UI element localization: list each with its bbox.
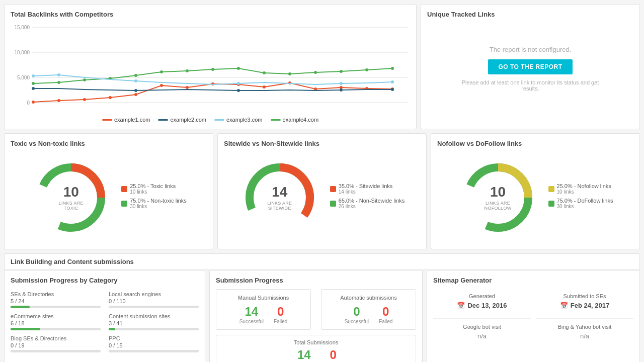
svg-point-34 bbox=[314, 71, 317, 74]
sitemap-grid: Generated 📅 Dec 13, 2016 Submitted to SE… bbox=[433, 289, 633, 344]
sub-cat-name: eCommerce sites bbox=[11, 313, 101, 319]
svg-point-43 bbox=[391, 80, 394, 83]
sub-cat-item: Blog SEs & Directories 0 / 19 bbox=[11, 335, 101, 352]
manual-nums: 14 Successful 0 Failed bbox=[221, 305, 305, 324]
tracked-links-card: Unique Tracked Links The report is not c… bbox=[421, 4, 640, 129]
nofollow-donut: 10 LINKS ARE NOFOLLOW bbox=[458, 157, 538, 238]
progress-bar-bg bbox=[109, 306, 199, 308]
progress-bar-bg bbox=[109, 350, 199, 352]
sub-cat-nums: 0 / 19 bbox=[11, 342, 101, 348]
svg-text:15,000: 15,000 bbox=[14, 25, 30, 30]
sitewide-label: 14 LINKS ARE SITEWIDE bbox=[260, 185, 300, 211]
sitewide-legend-item-1: 35.0% - Sitewide links 14 links bbox=[330, 183, 405, 195]
progress-bar-fill bbox=[11, 306, 30, 308]
sitewide-card: Sitewide vs Non-Sitewide links 14 LINKS … bbox=[217, 133, 427, 249]
svg-point-27 bbox=[134, 74, 137, 77]
svg-point-9 bbox=[57, 99, 60, 102]
progress-bar-bg bbox=[11, 328, 101, 330]
nofollow-color-1 bbox=[548, 186, 554, 192]
go-to-report-button[interactable]: GO TO THE REPORT bbox=[488, 59, 572, 74]
svg-point-48 bbox=[391, 88, 394, 91]
dashboard: Total Backlinks with Competitors 15,000 … bbox=[0, 0, 644, 362]
sub-cat-grid: SEs & Directories 5 / 24 Local search en… bbox=[11, 289, 199, 354]
sitemap-generated-date: Dec 13, 2016 bbox=[467, 302, 507, 309]
progress-bar-fill bbox=[109, 328, 115, 330]
toxic-legend-label-2: 75.0% - Non-toxic links 30 links bbox=[130, 198, 187, 209]
total-submissions: Total Submissions 14 Successful 0 Failed bbox=[216, 335, 416, 362]
sub-cat-nums: 0 / 110 bbox=[109, 298, 199, 304]
auto-failed: 0 Failed bbox=[379, 305, 392, 324]
nofollow-donut-container: 10 LINKS ARE NOFOLLOW 25.0% - Nofollow l… bbox=[437, 152, 633, 243]
svg-point-13 bbox=[160, 84, 163, 87]
sub-cat-nums: 0 / 15 bbox=[109, 342, 199, 348]
auto-submissions: Automatic submissions 0 Successful 0 Fai… bbox=[321, 289, 416, 330]
svg-point-39 bbox=[57, 73, 60, 76]
sub-cat-name: Blog SEs & Directories bbox=[11, 335, 101, 341]
total-nums: 14 Successful 0 Failed bbox=[220, 348, 412, 362]
manual-label: Manual Submissions bbox=[221, 295, 305, 301]
toxic-label: 10 LINKS ARE TOXIC bbox=[51, 185, 91, 211]
sub-cat-item: SEs & Directories 5 / 24 bbox=[11, 291, 101, 308]
svg-point-36 bbox=[365, 68, 368, 71]
auto-successful-num: 0 bbox=[345, 305, 369, 319]
sitemap-generated-val: 📅 Dec 13, 2016 bbox=[437, 302, 527, 309]
sub-cat-name: Content submission sites bbox=[109, 313, 199, 319]
sub-cat-item: eCommerce sites 6 / 18 bbox=[11, 313, 101, 330]
tracked-title: Unique Tracked Links bbox=[427, 11, 633, 18]
toxic-donut-container: 10 LINKS ARE TOXIC 25.0% - Toxic links 1… bbox=[11, 152, 207, 243]
sub-cat-nums: 3 / 41 bbox=[109, 320, 199, 326]
sub-cat-nums: 6 / 18 bbox=[11, 320, 101, 326]
svg-point-45 bbox=[134, 89, 137, 92]
sub-cat-nums: 5 / 24 bbox=[11, 298, 101, 304]
nofollow-label: 10 LINKS ARE NOFOLLOW bbox=[478, 185, 518, 211]
donut-row: Toxic vs Non-toxic links 10 LINKS ARE TO… bbox=[4, 133, 640, 249]
sub-cat-item: PPC 0 / 15 bbox=[109, 335, 199, 352]
sitewide-donut: 14 LINKS ARE SITEWIDE bbox=[239, 157, 320, 238]
total-successful: 14 Successful bbox=[292, 348, 316, 362]
progress-bar-bg bbox=[11, 350, 101, 352]
manual-failed-num: 0 bbox=[274, 305, 287, 319]
tracked-subtext: Please add at least one link to monitor … bbox=[460, 79, 601, 92]
svg-text:10,000: 10,000 bbox=[14, 50, 30, 55]
toxic-card: Toxic vs Non-toxic links 10 LINKS ARE TO… bbox=[4, 133, 213, 249]
svg-point-31 bbox=[237, 67, 240, 70]
svg-point-37 bbox=[391, 67, 394, 70]
nofollow-card: Nofollow vs DoFollow links 10 LINKS ARE … bbox=[431, 133, 640, 249]
svg-point-41 bbox=[237, 82, 240, 85]
svg-point-38 bbox=[32, 74, 35, 77]
sub-cat-name: PPC bbox=[109, 335, 199, 341]
sitewide-donut-container: 14 LINKS ARE SITEWIDE 35.0% - Sitewide l… bbox=[224, 152, 420, 243]
total-successful-num: 14 bbox=[292, 348, 316, 362]
progress-bar-bg bbox=[109, 328, 199, 330]
total-title: Total Submissions bbox=[220, 339, 412, 345]
manual-successful: 14 Successful bbox=[239, 305, 264, 324]
toxic-donut: 10 LINKS ARE TOXIC bbox=[31, 157, 111, 238]
manual-successful-lbl: Successful bbox=[239, 319, 264, 324]
toxic-color-2 bbox=[121, 201, 127, 207]
svg-point-33 bbox=[288, 72, 291, 75]
submission-progress-card: Submission Progress Manual Submissions 1… bbox=[209, 270, 423, 362]
svg-point-11 bbox=[109, 96, 112, 99]
auto-nums: 0 Successful 0 Failed bbox=[327, 305, 411, 324]
nofollow-color-2 bbox=[548, 201, 554, 207]
svg-point-30 bbox=[211, 68, 214, 71]
backlinks-title: Total Backlinks with Competitors bbox=[11, 11, 410, 18]
sub-cat-item: Content submission sites 3 / 41 bbox=[109, 313, 199, 330]
link-building-section-title: Link Building and Content submissions bbox=[4, 253, 640, 270]
backlinks-card: Total Backlinks with Competitors 15,000 … bbox=[4, 4, 417, 129]
top-row: Total Backlinks with Competitors 15,000 … bbox=[4, 4, 640, 129]
svg-text:5,000: 5,000 bbox=[17, 75, 30, 80]
sitemap-generated-label: Generated bbox=[437, 293, 527, 299]
bing-bot-val: n/a bbox=[540, 332, 629, 340]
sub-cat-name: Local search engines bbox=[109, 291, 199, 297]
toxic-legend-label-1: 25.0% - Toxic links 10 links bbox=[130, 183, 176, 195]
sub-cat-title: Submission Progress by Category bbox=[11, 277, 199, 284]
auto-successful-lbl: Successful bbox=[345, 319, 369, 324]
svg-point-28 bbox=[160, 70, 163, 73]
sub-cat-name: SEs & Directories bbox=[11, 291, 101, 297]
svg-point-46 bbox=[237, 89, 240, 92]
google-bot-val: n/a bbox=[437, 332, 527, 340]
auto-failed-num: 0 bbox=[379, 305, 392, 319]
svg-point-23 bbox=[32, 82, 35, 85]
total-failed: 0 Failed bbox=[327, 348, 340, 362]
